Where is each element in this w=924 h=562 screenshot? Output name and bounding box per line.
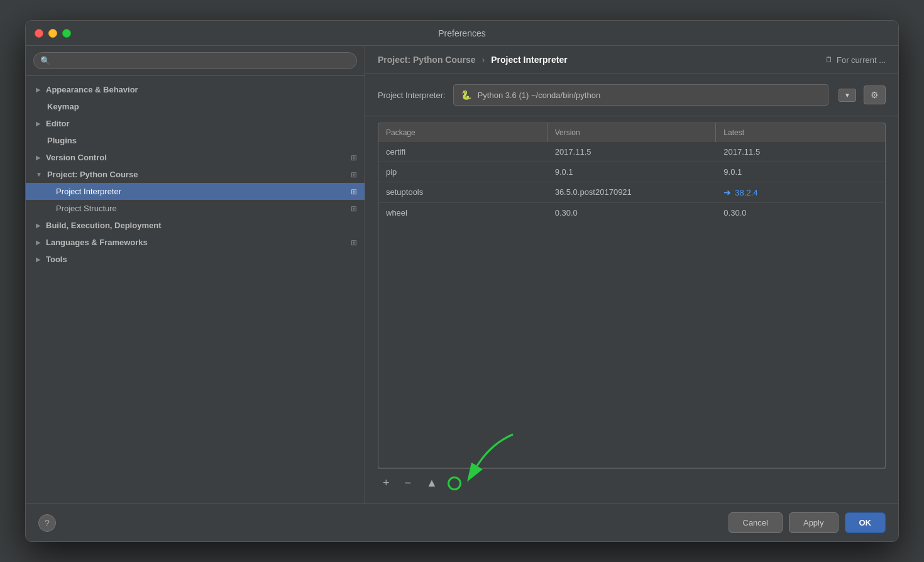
apply-button[interactable]: Apply bbox=[789, 512, 839, 533]
table-header: Package Version Latest bbox=[378, 123, 886, 142]
breadcrumb-separator: › bbox=[482, 55, 485, 65]
pkg-latest-update: ➜ 38.2.4 bbox=[716, 182, 885, 202]
sidebar-item-project-structure[interactable]: Project Structure ⊞ bbox=[26, 200, 365, 217]
footer-buttons: Cancel Apply OK bbox=[729, 512, 886, 533]
preferences-dialog: Preferences 🔍 ▶ Appearance & Behavior bbox=[25, 20, 899, 542]
arrow-icon: ▶ bbox=[36, 239, 41, 246]
pkg-latest: 2017.11.5 bbox=[716, 142, 885, 162]
search-icon: 🔍 bbox=[40, 56, 50, 65]
pkg-name: certifi bbox=[378, 142, 547, 162]
interpreter-dropdown-button[interactable]: ▼ bbox=[839, 89, 856, 102]
sidebar-nav: ▶ Appearance & Behavior Keymap ▶ Editor … bbox=[26, 76, 365, 504]
copy-icon: ⊞ bbox=[351, 238, 357, 247]
table-row[interactable]: pip 9.0.1 9.0.1 bbox=[378, 162, 885, 182]
breadcrumb-right[interactable]: 🗒 For current ... bbox=[825, 55, 886, 65]
interpreter-settings-button[interactable]: ⚙ bbox=[864, 85, 886, 104]
remove-package-button[interactable]: − bbox=[400, 474, 417, 492]
python-icon: 🐍 bbox=[460, 89, 473, 101]
interpreter-label: Project Interpreter: bbox=[378, 91, 446, 100]
add-package-button[interactable]: + bbox=[378, 474, 395, 492]
table-row[interactable]: certifi 2017.11.5 2017.11.5 bbox=[378, 142, 885, 162]
sidebar-item-languages-frameworks[interactable]: ▶ Languages & Frameworks ⊞ bbox=[26, 234, 365, 251]
breadcrumb-parent: Project: Python Course bbox=[378, 55, 476, 65]
pkg-name: wheel bbox=[378, 203, 547, 223]
help-button[interactable]: ? bbox=[38, 514, 56, 532]
arrow-icon: ▼ bbox=[36, 171, 42, 178]
table-toolbar: + − ▲ bbox=[378, 468, 886, 497]
arrow-icon: ▶ bbox=[36, 222, 41, 229]
breadcrumb: Project: Python Course › Project Interpr… bbox=[365, 46, 898, 74]
sidebar-item-tools[interactable]: ▶ Tools bbox=[26, 251, 365, 268]
sidebar-item-version-control[interactable]: ▶ Version Control ⊞ bbox=[26, 149, 365, 166]
copy-icon: ⊞ bbox=[351, 170, 357, 179]
pkg-latest-value: 38.2.4 bbox=[735, 188, 757, 197]
context-icon: 🗒 bbox=[825, 55, 833, 64]
copy-icon: ⊞ bbox=[351, 204, 357, 213]
search-bar: 🔍 bbox=[26, 46, 365, 76]
title-bar: Preferences bbox=[26, 21, 898, 46]
search-wrapper[interactable]: 🔍 bbox=[33, 52, 357, 69]
sidebar-item-project-interpreter[interactable]: Project Interpreter ⊞ bbox=[26, 183, 365, 200]
arrow-icon: ▶ bbox=[36, 256, 41, 263]
pkg-latest: 0.30.0 bbox=[716, 203, 885, 223]
maximize-button[interactable] bbox=[62, 29, 71, 38]
table-row[interactable]: setuptools 36.5.0.post20170921 ➜ 38.2.4 bbox=[378, 182, 885, 203]
minimize-button[interactable] bbox=[48, 29, 57, 38]
arrow-icon: ▶ bbox=[36, 86, 41, 93]
sidebar: 🔍 ▶ Appearance & Behavior Keymap ▶ bbox=[26, 46, 365, 504]
footer: ? Cancel Apply OK bbox=[26, 504, 898, 541]
copy-icon: ⊞ bbox=[351, 153, 357, 162]
refresh-icon[interactable] bbox=[448, 477, 461, 490]
pkg-latest: 9.0.1 bbox=[716, 162, 885, 182]
for-current-label: For current ... bbox=[837, 55, 886, 65]
sidebar-item-build-execution[interactable]: ▶ Build, Execution, Deployment bbox=[26, 217, 365, 234]
update-arrow-icon: ➜ bbox=[723, 187, 731, 197]
breadcrumb-current: Project Interpreter bbox=[491, 55, 567, 65]
pkg-name: pip bbox=[378, 162, 547, 182]
sidebar-item-appearance[interactable]: ▶ Appearance & Behavior bbox=[26, 81, 365, 98]
pkg-version: 9.0.1 bbox=[547, 162, 717, 182]
copy-icon: ⊞ bbox=[351, 187, 357, 196]
traffic-lights bbox=[35, 29, 71, 38]
col-latest: Latest bbox=[716, 123, 885, 142]
col-package: Package bbox=[378, 123, 547, 142]
ok-button[interactable]: OK bbox=[845, 512, 886, 533]
package-table-area: Package Version Latest certifi 2017.11.5… bbox=[378, 123, 886, 468]
sidebar-item-keymap[interactable]: Keymap bbox=[26, 98, 365, 115]
arrow-icon: ▶ bbox=[36, 120, 41, 127]
pkg-version: 36.5.0.post20170921 bbox=[547, 182, 717, 202]
search-input[interactable] bbox=[54, 56, 350, 65]
sidebar-item-project-python-course[interactable]: ▼ Project: Python Course ⊞ bbox=[26, 166, 365, 183]
right-panel: Project: Python Course › Project Interpr… bbox=[365, 46, 898, 504]
interpreter-name: Python 3.6 (1) ~/conda/bin/python bbox=[478, 91, 822, 100]
pkg-name: setuptools bbox=[378, 182, 547, 202]
dialog-title: Preferences bbox=[438, 28, 485, 38]
pkg-version: 0.30.0 bbox=[547, 203, 717, 223]
arrow-icon: ▶ bbox=[36, 154, 41, 161]
sidebar-item-plugins[interactable]: Plugins bbox=[26, 132, 365, 149]
close-button[interactable] bbox=[35, 29, 43, 38]
main-content: 🔍 ▶ Appearance & Behavior Keymap ▶ bbox=[26, 46, 898, 504]
dropdown-arrow-icon: ▼ bbox=[844, 92, 850, 99]
pkg-version: 2017.11.5 bbox=[547, 142, 717, 162]
sidebar-item-editor[interactable]: ▶ Editor bbox=[26, 115, 365, 132]
interpreter-selector[interactable]: 🐍 Python 3.6 (1) ~/conda/bin/python bbox=[453, 84, 828, 106]
upgrade-package-button[interactable]: ▲ bbox=[421, 474, 443, 492]
col-version: Version bbox=[547, 123, 717, 142]
cancel-button[interactable]: Cancel bbox=[729, 512, 783, 533]
table-row[interactable]: wheel 0.30.0 0.30.0 bbox=[378, 203, 885, 223]
gear-icon: ⚙ bbox=[871, 90, 879, 100]
table-body: certifi 2017.11.5 2017.11.5 pip 9.0.1 9.… bbox=[378, 142, 886, 468]
interpreter-row: Project Interpreter: 🐍 Python 3.6 (1) ~/… bbox=[365, 74, 898, 116]
